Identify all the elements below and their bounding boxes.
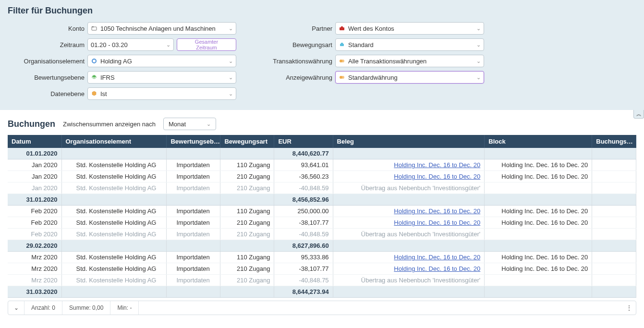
filter-title: Filter für Buchungen: [8, 6, 636, 16]
subtotal-row[interactable]: 01.01.20208,440,620.77: [8, 148, 636, 159]
chevron-down-icon: ⌄: [476, 74, 481, 81]
table-row[interactable]: Mrz 2020Std. Kostenstelle Holding AGImpo…: [8, 275, 636, 286]
svg-point-8: [341, 60, 344, 62]
table-row[interactable]: Feb 2020Std. Kostenstelle Holding AGImpo…: [8, 206, 636, 217]
subtotal-row[interactable]: 29.02.20208,627,896.60: [8, 240, 636, 252]
org-select[interactable]: Holding AG ⌄: [87, 55, 236, 67]
col-org[interactable]: Organisationselement: [61, 135, 167, 148]
anzeige-select[interactable]: Standardwährung ⌄: [335, 71, 484, 84]
chevron-down-icon: ⌄: [207, 121, 211, 127]
layers-icon: [91, 74, 97, 81]
currency-icon: [339, 58, 345, 64]
svg-rect-5: [340, 44, 344, 46]
subtotal-row[interactable]: 31.03.20208,644,273.94: [8, 286, 636, 298]
label-bewertung: Bewertungsebene: [8, 74, 85, 81]
chevron-down-icon: ⌄: [229, 91, 233, 97]
footer-sum: Summe: 0,00: [62, 301, 110, 315]
org-icon: [91, 58, 97, 64]
col-eur[interactable]: EUR: [274, 135, 333, 148]
subtotal-row[interactable]: 31.01.20208,456,852.96: [8, 194, 636, 206]
col-beleg[interactable]: Beleg: [333, 135, 485, 148]
movement-icon: [339, 41, 345, 48]
col-buchungs[interactable]: Buchungs…: [592, 135, 636, 148]
label-trans: Transaktionswährung: [255, 58, 332, 65]
briefcase-icon: [339, 25, 345, 32]
chevron-down-icon: ⌄: [166, 42, 170, 48]
svg-rect-3: [340, 27, 344, 30]
table-row[interactable]: Jan 2020Std. Kostenstelle Holding AGImpo…: [8, 171, 636, 182]
gesamter-zeitraum-button[interactable]: Gesamter Zeitraum: [177, 38, 236, 51]
label-org: Organisationselement: [8, 58, 85, 65]
footer-count: Anzahl: 0: [24, 301, 62, 315]
table-header-row: Datum Organisationselement Bewertungseb……: [8, 135, 636, 148]
subtotal-label: Zwischensummen anzeigen nach: [63, 121, 156, 128]
bookings-table: Datum Organisationselement Bewertungseb……: [8, 135, 636, 298]
table-row[interactable]: Feb 2020Std. Kostenstelle Holding AGImpo…: [8, 229, 636, 240]
section-title: Buchungen: [8, 119, 55, 129]
footer-bar: ⌄ Anzahl: 0 Summe: 0,00 Min: - ⋮: [8, 301, 636, 315]
col-bewegung[interactable]: Bewegungsart: [220, 135, 274, 148]
partner-select[interactable]: Wert des Kontos ⌄: [335, 22, 484, 35]
beleg-link[interactable]: Holding Inc. Dec. 16 to Dec. 20: [394, 219, 480, 226]
chevron-down-icon: ⌄: [229, 58, 233, 64]
zeitraum-select[interactable]: 01.20 - 03.20 ⌄: [87, 38, 174, 51]
beleg-link[interactable]: Holding Inc. Dec. 16 to Dec. 20: [394, 173, 480, 180]
chevron-down-icon: ⌄: [476, 25, 481, 32]
svg-rect-1: [92, 26, 94, 27]
beleg-link[interactable]: Holding Inc. Dec. 16 to Dec. 20: [394, 161, 480, 169]
label-partner: Partner: [255, 25, 332, 32]
chevron-down-icon: ⌄: [229, 25, 233, 32]
svg-point-2: [92, 59, 96, 63]
filter-panel: Filter für Buchungen Konto 1050 Technisc…: [0, 0, 644, 110]
col-datum[interactable]: Datum: [8, 135, 61, 148]
bewertung-select[interactable]: IFRS ⌄: [87, 71, 236, 84]
table-row[interactable]: Feb 2020Std. Kostenstelle Holding AGImpo…: [8, 217, 636, 229]
svg-rect-4: [341, 26, 343, 27]
footer-menu-button[interactable]: ⋮: [622, 301, 636, 315]
label-zeitraum: Zeitraum: [8, 41, 85, 49]
footer-min: Min: -: [110, 301, 139, 315]
table-row[interactable]: Mrz 2020Std. Kostenstelle Holding AGImpo…: [8, 263, 636, 275]
currency-icon: [339, 74, 345, 81]
label-bewegung: Bewegungsart: [255, 41, 332, 49]
cube-icon: [91, 90, 97, 97]
svg-rect-6: [341, 43, 343, 44]
konto-select[interactable]: 1050 Technische Anlagen und Maschinen ⌄: [87, 22, 236, 35]
daten-select[interactable]: Ist ⌄: [87, 87, 236, 100]
chevron-down-icon: ⌄: [476, 42, 481, 48]
svg-rect-0: [92, 27, 97, 30]
svg-point-10: [341, 76, 344, 79]
chevron-down-icon: ⌄: [476, 58, 481, 64]
col-bewertung[interactable]: Bewertungseb…: [167, 135, 220, 148]
beleg-link[interactable]: Holding Inc. Dec. 16 to Dec. 20: [394, 207, 480, 215]
beleg-link[interactable]: Holding Inc. Dec. 16 to Dec. 20: [394, 254, 480, 261]
collapse-filter-button[interactable]: ︽: [633, 110, 644, 119]
label-anzeige: Anzeigewährung: [255, 74, 332, 81]
bewegung-select[interactable]: Standard ⌄: [335, 38, 484, 51]
beleg-link[interactable]: Holding Inc. Dec. 16 to Dec. 20: [394, 265, 480, 272]
trans-select[interactable]: Alle Transaktionswährungen ⌄: [335, 55, 484, 67]
folder-icon: [91, 25, 97, 32]
label-daten: Datenebene: [8, 90, 85, 97]
expand-footer-button[interactable]: ⌄: [8, 301, 24, 315]
table-row[interactable]: Mrz 2020Std. Kostenstelle Holding AGImpo…: [8, 252, 636, 263]
col-block[interactable]: Block: [485, 135, 592, 148]
table-row[interactable]: Jan 2020Std. Kostenstelle Holding AGImpo…: [8, 159, 636, 171]
label-konto: Konto: [8, 25, 85, 32]
chevron-down-icon: ⌄: [229, 74, 233, 81]
table-row[interactable]: Jan 2020Std. Kostenstelle Holding AGImpo…: [8, 182, 636, 194]
subtotal-select[interactable]: Monat ⌄: [163, 118, 216, 130]
